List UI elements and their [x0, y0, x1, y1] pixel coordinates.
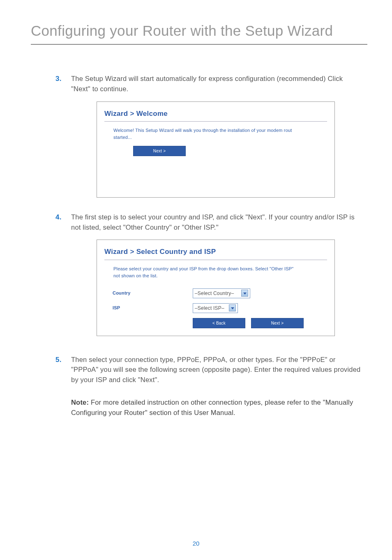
isp-label: ISP: [113, 304, 193, 311]
back-button[interactable]: < Back: [193, 318, 245, 328]
isp-select[interactable]: –Select ISP–: [193, 303, 238, 313]
step-4-number: 4.: [55, 212, 71, 233]
step-5-number: 5.: [55, 355, 71, 385]
step-4: 4. The first step is to select your coun…: [55, 212, 363, 233]
step-3-text: The Setup Wizard will start automaticall…: [71, 74, 363, 94]
next-button[interactable]: Next >: [251, 318, 304, 328]
chevron-down-icon: [241, 290, 248, 297]
wizard-welcome-heading: Wizard > Welcome: [104, 108, 327, 122]
wizard-isp-instruction2: not shown on the list.: [113, 273, 327, 279]
step-4-text: The first step is to select your country…: [71, 212, 363, 233]
wizard-welcome-started: started...: [113, 134, 327, 141]
country-select[interactable]: –Select Country–: [193, 288, 250, 298]
step-5-text: Then select your connection type, PPPoE,…: [71, 355, 363, 385]
content-area: 3. The Setup Wizard will start automatic…: [55, 74, 363, 418]
note-text: For more detailed instruction on other c…: [71, 399, 353, 417]
isp-select-value: –Select ISP–: [195, 304, 224, 312]
wizard-isp-screenshot: Wizard > Select Country and ISP Please s…: [97, 240, 335, 336]
step-5: 5. Then select your connection type, PPP…: [55, 355, 363, 385]
page-number: 20: [0, 540, 392, 547]
wizard-welcome-button-row: Next >: [133, 145, 327, 156]
wizard-isp-instruction: Please select your country and your ISP …: [113, 266, 327, 272]
wizard-welcome-body: Welcome! This Setup Wizard will walk you…: [113, 127, 327, 134]
wizard-welcome-screenshot: Wizard > Welcome Welcome! This Setup Wiz…: [97, 101, 335, 198]
isp-nav-buttons: < Back Next >: [193, 318, 327, 328]
isp-fields: Country –Select Country– ISP –Select ISP…: [113, 288, 327, 313]
note-block: Note: For more detailed instruction on o…: [71, 397, 363, 418]
country-select-value: –Select Country–: [195, 290, 234, 297]
note-label: Note:: [71, 399, 89, 406]
country-row: Country –Select Country–: [113, 288, 327, 298]
next-button[interactable]: Next >: [133, 146, 186, 156]
page-title: Configuring your Router with the Setup W…: [31, 23, 333, 39]
step-3: 3. The Setup Wizard will start automatic…: [55, 74, 363, 94]
page-title-bar: Configuring your Router with the Setup W…: [31, 23, 367, 45]
wizard-isp-heading: Wizard > Select Country and ISP: [104, 247, 327, 260]
chevron-down-icon: [229, 304, 236, 311]
step-3-number: 3.: [55, 74, 71, 94]
country-label: Country: [113, 290, 193, 297]
spacer: [104, 156, 327, 186]
isp-row: ISP –Select ISP–: [113, 303, 327, 313]
